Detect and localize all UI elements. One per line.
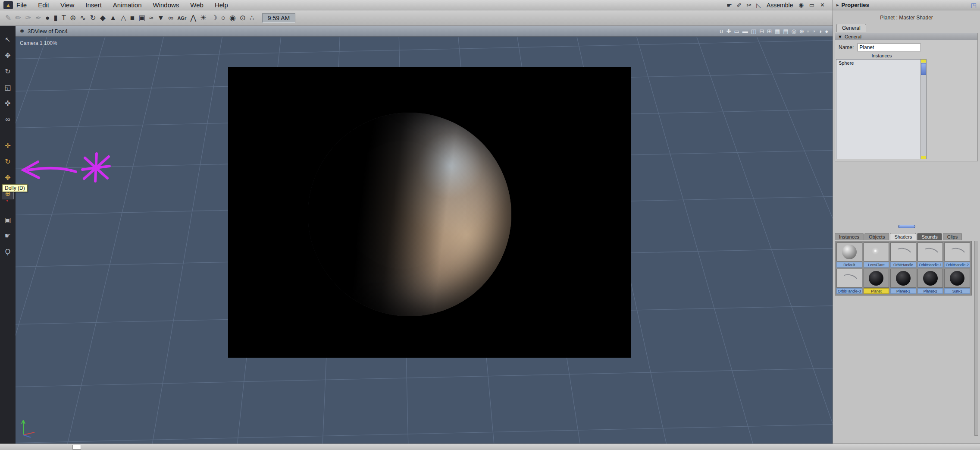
tab-instances[interactable]: Instances [835,233,864,240]
splitter-handle[interactable] [898,225,915,228]
feather-icon[interactable]: ✏ [15,13,21,24]
link-tool-icon[interactable]: ∞ [2,114,13,125]
metaball-icon[interactable]: ∞ [168,13,173,24]
polygon-icon[interactable]: ◆ [100,13,106,24]
tab-objects[interactable]: Objects [864,233,889,240]
model-pen-icon[interactable]: ✐ [737,2,742,9]
shader-item[interactable]: Sun-1 [944,269,970,294]
move-tool-icon[interactable]: ✥ [2,50,13,61]
texture-knife-icon[interactable]: ✂ [746,2,751,9]
pyramid-primitive-icon[interactable]: △ [121,13,126,24]
render-preview-icon[interactable]: ▣ [2,215,13,225]
shader-item[interactable]: LensFlare [864,242,889,267]
viewport-options-icon[interactable]: ✱ [20,28,24,34]
agr-text-icon[interactable]: AGr [177,13,186,24]
menu-item[interactable]: Insert [85,1,102,9]
shader-item[interactable]: OrbitHandle-1 [917,242,943,267]
menu-item[interactable]: View [60,1,74,9]
shader-item[interactable]: OrbitHandle [890,242,916,267]
eye-icon[interactable]: ◉ [798,2,803,8]
panel-dock-icon[interactable]: ◳ [971,2,977,9]
cylinder-primitive-icon[interactable]: ▮ [53,13,57,24]
shader-item[interactable]: OrbitHandle-2 [944,242,970,267]
snap-icon[interactable]: ∪ [719,28,723,35]
pan-view-icon[interactable]: ☛ [2,231,13,241]
instances-scrollbar[interactable] [921,60,926,159]
maximize-button[interactable]: ▭ [809,2,814,8]
bank-camera-icon[interactable]: ↻ [2,157,13,167]
marker-icon[interactable]: ✑ [25,13,31,24]
menu-item[interactable]: File [16,1,27,9]
target-icon[interactable]: ⊙ [240,13,246,24]
pen-icon[interactable]: ✎ [5,13,11,24]
tab-clips[interactable]: Clips [943,233,962,240]
camera-icon[interactable]: ◉ [229,13,236,24]
particle-icon[interactable]: ∴ [250,13,254,24]
room-selector[interactable]: Assemble [767,2,793,9]
layout-quad-icon[interactable]: ⊞ [767,28,772,35]
light-icon[interactable]: ☀ [200,13,207,24]
shade-gouraud-icon[interactable]: ◑ [818,28,822,35]
menu-item[interactable]: Web [190,1,204,9]
ocean-icon[interactable]: ≈ [149,13,153,24]
shade-wire-icon[interactable]: ◔ [812,28,815,35]
status-bar [0,444,980,450]
layout-rows-icon[interactable]: ▤ [783,28,788,35]
zoom-tool-icon[interactable]: Ϙ [2,247,13,257]
pan-camera-icon[interactable]: ✛ [2,141,13,151]
lathe-icon[interactable]: ↻ [90,13,96,24]
camera-select-icon[interactable]: ◎ [792,28,796,35]
status-field [72,445,81,450]
duplicate-icon[interactable]: ▣ [138,13,145,24]
frame-icon[interactable]: ▫ [807,28,809,35]
list-item[interactable]: Sphere [836,60,926,66]
shader-item[interactable]: Planet-1 [890,269,916,294]
menu-item[interactable]: Edit [38,1,49,9]
track-camera-icon[interactable]: ✥ [2,173,13,183]
scrollbar-thumb[interactable] [921,63,926,75]
viewport-canvas[interactable]: Camera 1 100% [16,37,833,444]
shade-full-icon[interactable]: ● [825,28,828,35]
layout-single-icon[interactable]: ▬ [742,28,748,35]
spline-icon[interactable]: ∿ [80,13,86,24]
tab-sounds[interactable]: Sounds [917,233,942,240]
globe-primitive-icon[interactable]: ⊕ [70,13,76,24]
shader-item[interactable]: Default [836,242,862,267]
scale-tool-icon[interactable]: ◱ [2,82,13,93]
axes-icon[interactable]: ✚ [726,28,731,35]
shader-thumbnail [890,242,916,261]
aim-icon[interactable]: ⊕ [799,28,804,35]
shader-item[interactable]: Planet [864,269,889,294]
layout-split-v-icon[interactable]: ◫ [751,28,756,35]
rotate-tool-icon[interactable]: ↻ [2,66,13,77]
text-primitive-icon[interactable]: T [62,13,66,24]
layout-split-h-icon[interactable]: ⊟ [759,28,764,35]
cone-primitive-icon[interactable]: ▲ [110,13,117,24]
browser-scrollbar[interactable] [974,241,978,436]
menu-item[interactable]: Windows [153,1,179,9]
moon-icon[interactable]: ☽ [210,13,217,24]
name-input[interactable] [857,44,921,51]
select-tool-icon[interactable]: ↖ [2,35,13,45]
tab-general[interactable]: General [836,24,866,32]
instances-list[interactable]: Sphere [836,59,927,159]
menu-item[interactable]: Help [215,1,228,9]
terrain-icon[interactable]: ⋀ [190,13,196,24]
tab-shaders[interactable]: Shaders [890,233,916,240]
section-header[interactable]: ▼ General [835,33,977,40]
drop-icon[interactable]: ▼ [157,13,164,24]
hotpoint-tool-icon[interactable]: ✜ [2,98,13,109]
ruler-icon[interactable]: ▭ [734,28,739,35]
shader-item[interactable]: Planet-2 [917,269,943,294]
cube-primitive-icon[interactable]: ■ [130,13,135,24]
bulb-icon[interactable]: ○ [221,13,225,24]
close-button[interactable]: ✕ [820,2,825,8]
menu-item[interactable]: Animation [113,1,142,9]
sphere-primitive-icon[interactable]: ● [45,13,50,24]
panel-disclosure-icon[interactable]: ▸ [836,2,839,8]
layout-grid-icon[interactable]: ▦ [775,28,780,35]
assemble-hand-icon[interactable]: ☛ [726,2,732,9]
brush-icon[interactable]: ✒ [35,13,41,24]
render-ruler-icon[interactable]: ◺ [756,2,761,9]
shader-item[interactable]: OrbitHandle-3 [836,269,862,294]
